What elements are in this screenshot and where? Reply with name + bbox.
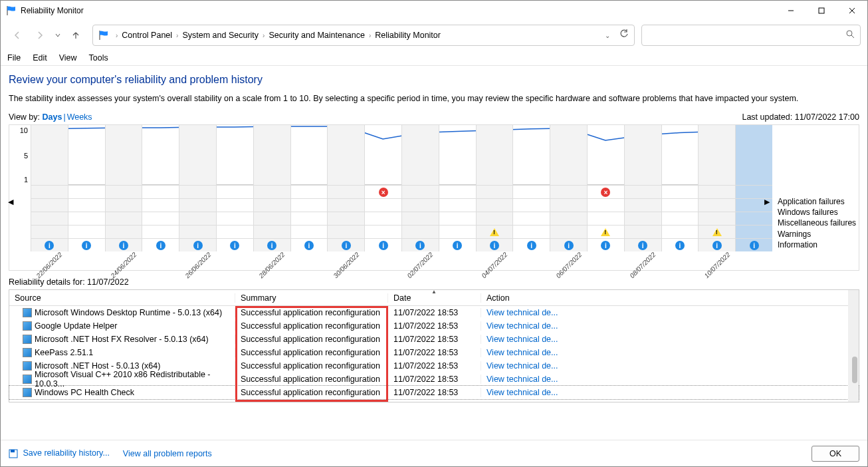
app-icon — [23, 335, 32, 344]
info-icon: i — [750, 241, 759, 250]
date-label: 06/07/2022 — [554, 251, 583, 279]
app-icon — [23, 388, 32, 397]
table-row[interactable]: Windows PC Health CheckSuccessful applic… — [9, 386, 859, 399]
warn-icon — [490, 228, 499, 236]
menu-file[interactable]: File — [7, 53, 21, 63]
chart-next-button[interactable]: ▶ — [764, 198, 774, 206]
page-description: The stability index assesses your system… — [9, 94, 859, 103]
summary-text: Successful application reconfiguration — [235, 348, 388, 357]
scrollbar-thumb[interactable] — [852, 357, 857, 383]
col-action[interactable]: Action — [481, 293, 561, 303]
chevron-right-icon[interactable]: › — [368, 32, 372, 39]
viewby-label: View by: — [9, 112, 40, 122]
svg-rect-7 — [11, 450, 15, 452]
table-header: Source Summary ▲Date Action — [9, 290, 859, 306]
action-link[interactable]: View technical de... — [481, 321, 561, 331]
legend-item: Application failures — [778, 196, 859, 207]
close-button[interactable] — [837, 1, 867, 21]
ok-button[interactable]: OK — [812, 446, 859, 462]
y-tick: 1 — [24, 176, 28, 184]
chart-grid[interactable]: 22/06/202224/06/202226/06/202228/06/2022… — [31, 125, 772, 250]
info-icon: i — [675, 241, 685, 250]
summary-text: Successful application reconfiguration — [235, 308, 388, 317]
summary-text: Successful application reconfiguration — [235, 375, 388, 384]
event-row: ×× — [31, 185, 772, 198]
info-icon: i — [490, 241, 499, 250]
date-label: 02/07/2022 — [406, 251, 435, 279]
navbar: › Control Panel › System and Security › … — [1, 21, 867, 50]
chevron-right-icon[interactable]: › — [114, 32, 119, 39]
chevron-down-icon[interactable]: ⌄ — [605, 32, 610, 39]
back-button[interactable] — [7, 25, 27, 45]
crumb-3[interactable]: Reliability Monitor — [372, 31, 443, 40]
info-icon: i — [119, 241, 128, 250]
stability-chart: ◀ 10 5 1 22/06/202224/06/202226/06/20222… — [9, 124, 859, 271]
event-row: iiiiiiiiiiiiiiiiiiii — [31, 238, 772, 251]
menu-view[interactable]: View — [59, 53, 77, 63]
save-history-link[interactable]: Save reliability history... — [9, 448, 110, 458]
col-summary[interactable]: Summary — [235, 293, 388, 303]
crumb-0[interactable]: Control Panel — [119, 31, 175, 40]
separator: | — [63, 112, 65, 122]
maximize-button[interactable] — [806, 1, 837, 21]
action-link[interactable]: View technical de... — [481, 388, 561, 397]
viewby-days[interactable]: Days — [43, 112, 62, 122]
info-icon: i — [304, 241, 314, 250]
date-text: 11/07/2022 18:53 — [388, 375, 481, 384]
details-table: Source Summary ▲Date Action Microsoft Wi… — [9, 289, 859, 402]
svg-rect-1 — [819, 8, 824, 13]
menubar: File Edit View Tools — [1, 50, 867, 66]
chart-legend: Application failures Windows failures Mi… — [772, 125, 859, 250]
vertical-scrollbar[interactable] — [848, 290, 859, 402]
table-row[interactable]: Microsoft .NET Host FX Resolver - 5.0.13… — [9, 333, 859, 346]
source-text: KeePass 2.51.1 — [35, 348, 93, 357]
table-row[interactable]: Microsoft Visual C++ 2010 x86 Redistribu… — [9, 373, 859, 386]
info-icon: i — [712, 241, 722, 250]
minimize-button[interactable] — [776, 1, 806, 21]
svg-point-4 — [847, 31, 852, 36]
crumb-1[interactable]: System and Security — [179, 31, 261, 40]
app-icon — [23, 321, 32, 331]
chevron-right-icon[interactable]: › — [175, 32, 179, 39]
info-icon: i — [415, 241, 425, 250]
up-button[interactable] — [66, 25, 86, 45]
table-body: Microsoft Windows Desktop Runtime - 5.0.… — [9, 306, 859, 399]
table-row[interactable]: KeePass 2.51.1Successful application rec… — [9, 346, 859, 359]
address-bar[interactable]: › Control Panel › System and Security › … — [92, 25, 635, 46]
source-text: Google Update Helper — [35, 321, 117, 331]
chevron-right-icon[interactable]: › — [261, 32, 266, 39]
action-link[interactable]: View technical de... — [481, 348, 561, 357]
date-text: 11/07/2022 18:53 — [388, 388, 481, 397]
viewby-weeks[interactable]: Weeks — [67, 112, 92, 122]
y-axis: 10 5 1 — [9, 125, 31, 250]
summary-text: Successful application reconfiguration — [235, 388, 388, 397]
date-label: 30/06/2022 — [332, 251, 360, 279]
action-link[interactable]: View technical de... — [481, 335, 561, 344]
date-label: 28/06/2022 — [258, 251, 286, 279]
menu-edit[interactable]: Edit — [33, 53, 47, 63]
y-tick: 10 — [20, 126, 28, 134]
info-icon: i — [82, 241, 91, 250]
info-icon: i — [267, 241, 276, 250]
event-row — [31, 198, 772, 212]
table-row[interactable]: Google Update HelperSuccessful applicati… — [9, 319, 859, 333]
details-header: Reliability details for: 11/07/2022 — [9, 277, 859, 287]
col-date[interactable]: ▲Date — [388, 293, 481, 303]
action-link[interactable]: View technical de... — [481, 308, 561, 317]
recent-dropdown[interactable] — [53, 25, 63, 45]
date-text: 11/07/2022 18:53 — [388, 335, 481, 344]
table-row[interactable]: Microsoft Windows Desktop Runtime - 5.0.… — [9, 306, 859, 319]
search-box[interactable] — [641, 25, 861, 46]
col-source[interactable]: Source — [9, 293, 235, 303]
crumb-2[interactable]: Security and Maintenance — [266, 31, 368, 40]
menu-tools[interactable]: Tools — [89, 53, 108, 63]
view-all-reports-link[interactable]: View all problem reports — [123, 449, 212, 458]
date-label: 22/06/2022 — [35, 251, 64, 279]
forward-button[interactable] — [30, 25, 50, 45]
err-icon: × — [379, 188, 388, 197]
window-title: Reliability Monitor — [21, 6, 84, 15]
action-link[interactable]: View technical de... — [481, 375, 561, 384]
action-link[interactable]: View technical de... — [481, 361, 561, 371]
refresh-button[interactable] — [619, 29, 629, 41]
sort-indicator-icon: ▲ — [431, 289, 437, 295]
